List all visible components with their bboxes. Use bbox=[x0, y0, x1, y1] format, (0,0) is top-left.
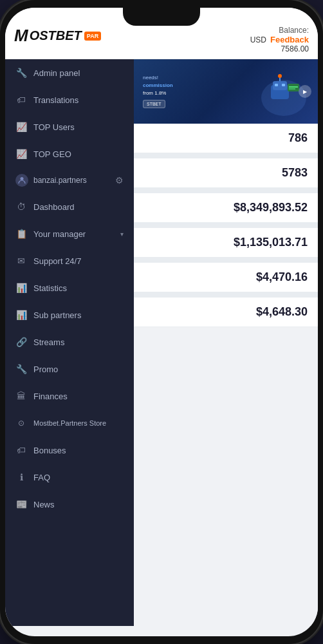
sidebar-label: Dashboard bbox=[33, 202, 75, 212]
logo: M OSTBET PAR bbox=[14, 26, 101, 51]
svg-rect-8 bbox=[288, 84, 299, 91]
sidebar-user-section[interactable]: banzai.partners ⚙ bbox=[5, 167, 134, 193]
bank-icon: 🏛 bbox=[15, 390, 27, 402]
sidebar-item-your-manager[interactable]: 📋 Your manager ▾ bbox=[5, 220, 134, 247]
stats-value-1: 786 bbox=[288, 131, 308, 145]
chart-icon: 📈 bbox=[15, 148, 27, 160]
sidebar-label: News bbox=[33, 500, 55, 509]
currency: USD bbox=[250, 35, 266, 44]
stats-icon: 📊 bbox=[15, 309, 27, 321]
clock-icon: ⏱ bbox=[15, 201, 27, 213]
sidebar-item-admin-panel[interactable]: 🔧 Admin panel bbox=[5, 59, 134, 86]
sidebar-label: Streams bbox=[33, 337, 64, 347]
stats-card-5: $4,470.16 bbox=[134, 263, 318, 292]
stats-card-4: $1,135,013.71 bbox=[134, 228, 318, 258]
chevron-down-icon: ▾ bbox=[120, 231, 124, 238]
tag-icon: 🏷 bbox=[15, 94, 27, 106]
username: banzai.partners bbox=[33, 176, 87, 185]
sidebar-label: Support 24/7 bbox=[33, 256, 81, 266]
sidebar-label: Finances bbox=[33, 392, 68, 401]
sidebar-label: Admin panel bbox=[33, 68, 80, 78]
sidebar: 🔧 Admin panel 🏷 Translations 📈 TOP Users… bbox=[5, 59, 134, 626]
sidebar-item-finances[interactable]: 🏛 Finances bbox=[5, 383, 134, 410]
stats-card-1: 786 bbox=[134, 124, 318, 153]
mail-icon: ✉ bbox=[15, 255, 27, 267]
chart-icon: 📈 bbox=[15, 121, 27, 133]
sidebar-item-promo[interactable]: 🔧 Promo bbox=[5, 355, 134, 383]
svg-rect-5 bbox=[282, 84, 285, 86]
sidebar-label: Sub partners bbox=[33, 310, 81, 320]
stats-value-3: $8,349,893.52 bbox=[234, 201, 308, 214]
sidebar-item-dashboard[interactable]: ⏱ Dashboard bbox=[5, 193, 134, 220]
sidebar-item-statistics[interactable]: 📊 Statistics bbox=[5, 274, 134, 301]
clipboard-icon: 📋 bbox=[15, 228, 27, 240]
banner-rate: from 1.8% bbox=[143, 90, 166, 96]
wrench-icon: 🔧 bbox=[15, 363, 27, 375]
logo-m: M bbox=[14, 26, 28, 46]
sidebar-label: Bonuses bbox=[33, 446, 66, 455]
banner-highlight: commission bbox=[143, 82, 173, 88]
stats-card-3: $8,349,893.52 bbox=[134, 193, 318, 223]
card-spacer-4 bbox=[134, 258, 318, 263]
stats-value-5: $4,470.16 bbox=[256, 270, 308, 284]
sidebar-item-faq[interactable]: ℹ FAQ bbox=[5, 464, 134, 491]
stats-card-2: 5783 bbox=[134, 158, 318, 188]
phone-screen: M OSTBET PAR Balance: USD Feedback 7586.… bbox=[5, 8, 318, 636]
banner-text: commission from 1.8% bbox=[143, 82, 245, 96]
sidebar-label: FAQ bbox=[33, 473, 50, 482]
stats-value-2: 5783 bbox=[282, 166, 308, 180]
sidebar-label: TOP Users bbox=[33, 122, 75, 132]
wrench-icon: 🔧 bbox=[15, 67, 27, 79]
tag-icon: 🏷 bbox=[15, 444, 27, 456]
logo-badge: PAR bbox=[84, 32, 101, 41]
sidebar-label: Statistics bbox=[33, 283, 67, 293]
card-spacer-3 bbox=[134, 223, 318, 228]
news-icon: 📰 bbox=[15, 498, 27, 510]
feedback-link[interactable]: Feedback bbox=[270, 35, 309, 44]
info-icon: ℹ bbox=[15, 471, 27, 483]
link-icon: 🔗 bbox=[15, 336, 27, 348]
logo-text: OSTBET bbox=[30, 28, 82, 43]
stats-icon: 📊 bbox=[15, 282, 27, 294]
sidebar-item-store[interactable]: ⊙ Mostbet.Partners Store bbox=[5, 410, 134, 437]
sidebar-item-bonuses[interactable]: 🏷 Bonuses bbox=[5, 437, 134, 464]
svg-rect-4 bbox=[275, 84, 278, 86]
sidebar-item-top-geo[interactable]: 📈 TOP GEO bbox=[5, 140, 134, 167]
sidebar-label: Promo bbox=[33, 365, 58, 374]
phone-frame: M OSTBET PAR Balance: USD Feedback 7586.… bbox=[0, 0, 323, 644]
banner-tag: needs! bbox=[143, 75, 245, 80]
sidebar-item-news[interactable]: 📰 News bbox=[5, 491, 134, 518]
card-spacer-5 bbox=[134, 292, 318, 298]
balance-label: Balance: bbox=[279, 26, 309, 35]
svg-point-0 bbox=[21, 177, 24, 180]
sidebar-item-streams[interactable]: 🔗 Streams bbox=[5, 328, 134, 355]
notch bbox=[123, 8, 200, 26]
sidebar-item-translations[interactable]: 🏷 Translations bbox=[5, 86, 134, 113]
banner-visual: ▶ bbox=[248, 63, 313, 120]
avatar bbox=[15, 174, 28, 187]
banner-badge: STBET bbox=[143, 100, 165, 108]
store-icon: ⊙ bbox=[15, 417, 27, 429]
sidebar-item-support[interactable]: ✉ Support 24/7 bbox=[5, 247, 134, 274]
stats-value-4: $1,135,013.71 bbox=[234, 236, 308, 249]
balance-amount: 7586.00 bbox=[281, 44, 309, 53]
sidebar-label: Mostbet.Partners Store bbox=[33, 419, 106, 427]
banner: needs! commission from 1.8% STBET bbox=[134, 59, 318, 124]
card-spacer-2 bbox=[134, 188, 318, 193]
stats-value-6: $4,648.30 bbox=[256, 305, 308, 319]
gear-icon[interactable]: ⚙ bbox=[115, 175, 124, 185]
stats-card-6: $4,648.30 bbox=[134, 298, 318, 327]
sidebar-item-top-users[interactable]: 📈 TOP Users bbox=[5, 113, 134, 140]
play-button[interactable]: ▶ bbox=[299, 85, 311, 98]
sidebar-label: Translations bbox=[33, 95, 78, 105]
svg-point-7 bbox=[278, 74, 282, 78]
sidebar-label: TOP GEO bbox=[33, 149, 71, 159]
main-container: 🔧 Admin panel 🏷 Translations 📈 TOP Users… bbox=[5, 59, 318, 626]
card-spacer-1 bbox=[134, 153, 318, 158]
sidebar-label: Your manager bbox=[33, 229, 86, 239]
content-area: needs! commission from 1.8% STBET bbox=[134, 59, 318, 626]
sidebar-item-sub-partners[interactable]: 📊 Sub partners bbox=[5, 301, 134, 328]
